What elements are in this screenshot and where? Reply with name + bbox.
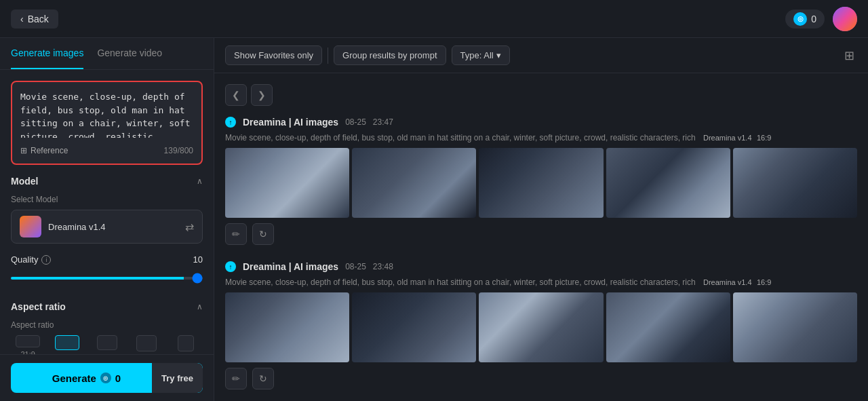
select-model-label: Select Model bbox=[11, 195, 203, 204]
model-thumbnail bbox=[20, 216, 41, 237]
aspect-opt-21-9[interactable]: 21:9 bbox=[11, 335, 45, 354]
result-avatar-2: ↑ bbox=[225, 261, 236, 272]
coins-badge: ◎ 0 bbox=[785, 9, 825, 28]
image-thumb-2-5[interactable] bbox=[733, 292, 857, 362]
back-chevron-icon: ‹ bbox=[20, 14, 24, 24]
reference-label: Reference bbox=[31, 146, 68, 155]
aspect-ratio-title: Aspect ratio bbox=[11, 301, 66, 312]
quality-info-icon: i bbox=[41, 255, 51, 265]
aspect-ratio-label: Aspect ratio bbox=[11, 320, 203, 330]
aspect-box-21-9 bbox=[16, 335, 40, 347]
image-thumb-1-1[interactable] bbox=[225, 148, 349, 218]
aspect-opt-3-2[interactable]: 3:2 bbox=[90, 335, 123, 354]
tabs: Generate images Generate video bbox=[0, 38, 214, 70]
coins-count: 0 bbox=[811, 14, 816, 24]
image-thumb-2-4[interactable] bbox=[606, 292, 730, 362]
prompt-box: Movie scene, close-up, depth of field, b… bbox=[11, 81, 203, 165]
model-selector[interactable]: Dreamina v1.4 ⇄ bbox=[11, 210, 203, 244]
images-row-1 bbox=[225, 148, 857, 218]
toolbar-divider bbox=[328, 47, 328, 64]
group-by-prompt-label: Group results by prompt bbox=[342, 50, 437, 60]
result-prompt-1: Movie scene, close-up, depth of field, b… bbox=[225, 133, 857, 142]
tab-generate-images[interactable]: Generate images bbox=[11, 38, 83, 69]
aspect-opt-1-1[interactable]: 1:1 bbox=[169, 335, 203, 354]
prompt-footer: ⊞ Reference 139/800 bbox=[20, 146, 193, 155]
model-section: Model ∧ Select Model Dreamina v1.4 ⇄ bbox=[11, 176, 203, 244]
result-header-1: ↑ Dreamina | AI images 08-25 23:47 bbox=[225, 117, 857, 128]
try-free-label: Try free bbox=[161, 373, 193, 383]
generate-label: Generate bbox=[52, 373, 96, 384]
generate-button[interactable]: Generate ◎ 0 Try free bbox=[11, 363, 203, 393]
result-channel-1: Dreamina | AI images bbox=[243, 117, 338, 128]
back-button[interactable]: ‹ Back bbox=[11, 9, 58, 28]
tab-generate-video[interactable]: Generate video bbox=[97, 38, 162, 69]
aspect-options: 21:9 16:9 3:2 4:3 bbox=[11, 335, 203, 354]
aspect-box-3-2 bbox=[97, 335, 117, 350]
result-ratio-2: 16:9 bbox=[757, 278, 771, 286]
prompt-input[interactable]: Movie scene, close-up, depth of field, b… bbox=[20, 90, 193, 138]
toolbar-left: Show Favorites only Group results by pro… bbox=[225, 45, 510, 65]
panel-body: Movie scene, close-up, depth of field, b… bbox=[0, 70, 214, 354]
generate-btn-container: Generate ◎ 0 Try free bbox=[0, 354, 214, 401]
refresh-button-2[interactable]: ↻ bbox=[252, 368, 274, 389]
model-section-title: Model bbox=[11, 176, 38, 187]
result-ratio-1: 16:9 bbox=[757, 134, 771, 142]
paging-next-button[interactable]: ❯ bbox=[251, 84, 273, 106]
paging-row: ❮ ❯ bbox=[225, 84, 857, 106]
generate-coins: 0 bbox=[115, 373, 121, 384]
image-thumb-1-4[interactable] bbox=[606, 148, 730, 218]
type-chevron-icon: ▾ bbox=[496, 50, 501, 60]
generate-coin-icon: ◎ bbox=[100, 373, 111, 383]
paging-prev-button[interactable]: ❮ bbox=[225, 84, 247, 106]
topbar-right: ◎ 0 bbox=[785, 7, 857, 31]
result-group-2: ↑ Dreamina | AI images 08-25 23:48 Movie… bbox=[225, 261, 857, 389]
image-thumb-1-3[interactable] bbox=[479, 148, 603, 218]
model-settings-icon: ⇄ bbox=[185, 221, 194, 233]
type-filter-button[interactable]: Type: All ▾ bbox=[452, 45, 510, 65]
reference-button[interactable]: ⊞ Reference bbox=[20, 146, 68, 155]
edit-button-2[interactable]: ✏ bbox=[225, 368, 247, 389]
image-thumb-2-1[interactable] bbox=[225, 292, 349, 362]
group-by-prompt-button[interactable]: Group results by prompt bbox=[334, 45, 446, 65]
generate-main: Generate ◎ 0 bbox=[52, 373, 121, 384]
grid-view-button[interactable]: ⊞ bbox=[842, 45, 857, 66]
prev-icon: ❮ bbox=[232, 90, 240, 100]
result-prompt-2: Movie scene, close-up, depth of field, b… bbox=[225, 278, 857, 287]
action-row-2: ✏ ↻ bbox=[225, 368, 857, 389]
quality-slider[interactable] bbox=[11, 277, 203, 280]
right-toolbar: Show Favorites only Group results by pro… bbox=[214, 38, 868, 73]
content-scroll: ❮ ❯ ↑ Dreamina | AI images 08-25 23:47 M… bbox=[214, 73, 868, 401]
main-layout: Generate images Generate video Movie sce… bbox=[0, 38, 868, 401]
try-free-badge: Try free bbox=[152, 363, 203, 393]
image-thumb-1-5[interactable] bbox=[733, 148, 857, 218]
show-favorites-label: Show Favorites only bbox=[234, 50, 313, 60]
avatar-image bbox=[833, 7, 857, 31]
model-chevron-icon: ∧ bbox=[197, 176, 203, 186]
aspect-box-1-1 bbox=[178, 335, 194, 351]
aspect-opt-4-3[interactable]: 4:3 bbox=[130, 335, 163, 354]
aspect-box-16-9 bbox=[55, 335, 79, 350]
image-thumb-2-3[interactable] bbox=[479, 292, 603, 362]
quality-value: 10 bbox=[193, 254, 203, 265]
result-time-2: 23:48 bbox=[373, 262, 393, 271]
result-header-2: ↑ Dreamina | AI images 08-25 23:48 bbox=[225, 261, 857, 272]
refresh-icon-2: ↻ bbox=[259, 373, 267, 384]
char-count: 139/800 bbox=[164, 146, 193, 155]
aspect-ratio-header: Aspect ratio ∧ bbox=[11, 301, 203, 312]
model-left: Dreamina v1.4 bbox=[20, 216, 106, 237]
image-thumb-1-2[interactable] bbox=[352, 148, 476, 218]
aspect-ratio-section: Aspect ratio ∧ Aspect ratio 21:9 16:9 bbox=[11, 301, 203, 354]
avatar[interactable] bbox=[833, 7, 857, 31]
refresh-button-1[interactable]: ↻ bbox=[252, 223, 274, 245]
images-row-2 bbox=[225, 292, 857, 362]
result-model-2: Dreamina v1.4 bbox=[703, 278, 752, 286]
topbar: ‹ Back ◎ 0 bbox=[0, 0, 868, 38]
result-avatar-1: ↑ bbox=[225, 117, 236, 128]
show-favorites-button[interactable]: Show Favorites only bbox=[225, 45, 322, 65]
aspect-opt-16-9[interactable]: 16:9 bbox=[50, 335, 84, 354]
edit-icon-1: ✏ bbox=[232, 229, 240, 240]
aspect-box-4-3 bbox=[136, 335, 157, 351]
image-thumb-2-2[interactable] bbox=[352, 292, 476, 362]
result-group-1: ↑ Dreamina | AI images 08-25 23:47 Movie… bbox=[225, 117, 857, 245]
edit-button-1[interactable]: ✏ bbox=[225, 223, 247, 245]
